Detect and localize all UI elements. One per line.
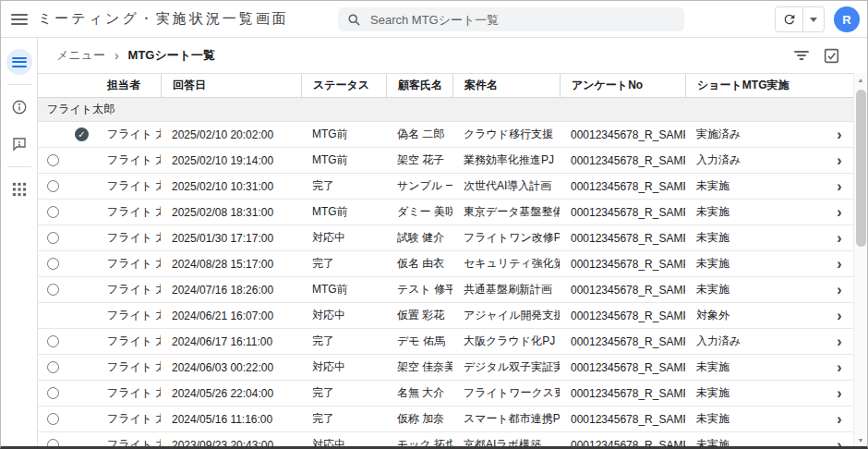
cell-survey-no: 00012345678_R_SAMPLE_1: [560, 122, 685, 147]
table-row[interactable]: フライト 太郎 2023/09/23 20:43:00 対応中 モック 拓也 京…: [38, 432, 853, 447]
multi-select-button[interactable]: [824, 48, 839, 64]
table-row[interactable]: フライト 太郎 2024/08/28 15:17:00 完了 仮名 由衣 セキュ…: [38, 251, 853, 277]
row-select-cell: [38, 200, 96, 224]
header-chevron-column: [826, 74, 853, 97]
scroll-down-arrow-icon[interactable]: ▼: [854, 433, 867, 447]
table-row[interactable]: フライト 太郎 2025/02/10 19:14:00 MTG前 架空 花子 業…: [38, 148, 853, 174]
cell-survey-no: 00012345678_R_SAMPLE_13: [560, 432, 685, 447]
cell-answer-date: 2025/02/10 20:02:00: [161, 122, 301, 147]
cell-short-mtg: 入力済み: [685, 148, 826, 173]
row-select-cell: [38, 355, 96, 380]
radio-unselected-icon[interactable]: [47, 284, 59, 296]
table-row[interactable]: フライト 太郎 2024/07/16 18:26:00 MTG前 テスト 修平 …: [38, 277, 853, 303]
breadcrumb-bar: メニュー › MTGシート一覧: [38, 38, 867, 73]
radio-unselected-icon[interactable]: [47, 413, 59, 425]
table-row[interactable]: フライト 太郎 2024/05/16 11:16:00 完了 仮称 加奈 スマー…: [38, 407, 853, 432]
hamburger-menu-icon[interactable]: [1, 1, 38, 38]
cell-answer-date: 2024/06/17 16:11:00: [161, 329, 301, 354]
checkbox-checked-icon: [824, 48, 839, 64]
left-sidebar: [1, 38, 38, 447]
radio-unselected-icon[interactable]: [47, 232, 59, 244]
table-row[interactable]: フライト 太郎 2024/06/17 16:11:00 完了 デモ 佑馬 大阪ク…: [38, 329, 853, 355]
sidebar-item-menu[interactable]: [1, 43, 38, 80]
scroll-up-arrow-icon[interactable]: ▲: [854, 73, 867, 87]
column-header-status[interactable]: ステータス: [301, 74, 386, 97]
refresh-button[interactable]: [776, 7, 803, 31]
user-avatar[interactable]: R: [834, 6, 860, 32]
vertical-scrollbar[interactable]: ▲ ▼: [853, 73, 867, 447]
sidebar-divider: [7, 84, 31, 85]
cell-project-name: アジャイル開発支援: [452, 303, 560, 328]
chevron-right-icon[interactable]: ›: [826, 277, 853, 302]
radio-unselected-icon[interactable]: [47, 335, 59, 347]
chevron-right-icon[interactable]: ›: [826, 200, 853, 224]
cell-owner: フライト 太郎: [96, 277, 161, 302]
sidebar-item-feedback[interactable]: [1, 126, 38, 163]
search-input[interactable]: [370, 13, 675, 27]
sidebar-item-about[interactable]: [1, 89, 38, 126]
scrollbar-thumb[interactable]: [856, 90, 866, 247]
column-header-answer-date[interactable]: 回答日: [161, 74, 301, 97]
filter-button[interactable]: [794, 49, 809, 62]
cell-answer-date: 2024/05/16 11:16:00: [161, 407, 301, 431]
cell-answer-date: 2023/09/23 20:43:00: [161, 432, 301, 447]
breadcrumb-menu-link[interactable]: メニュー: [56, 47, 105, 64]
chevron-right-icon[interactable]: ›: [826, 381, 853, 406]
cell-answer-date: 2024/06/03 00:22:00: [161, 355, 301, 380]
column-header-survey-no[interactable]: アンケートNo: [560, 74, 685, 97]
table-row[interactable]: フライト 太郎 2025/02/10 10:31:00 完了 サンプル 一郎 次…: [38, 174, 853, 200]
cell-survey-no: 00012345678_R_SAMPLE_3: [560, 174, 685, 199]
radio-unselected-icon[interactable]: [47, 439, 59, 447]
chevron-right-icon[interactable]: ›: [826, 432, 853, 447]
cell-survey-no: 00012345678_R_SAMPLE_10: [560, 355, 685, 380]
cell-survey-no: 00012345678_R_SAMPLE_9: [560, 329, 685, 354]
radio-unselected-icon[interactable]: [47, 180, 59, 192]
cell-answer-date: 2025/02/08 18:31:00: [161, 200, 301, 224]
chevron-right-icon[interactable]: ›: [826, 225, 853, 250]
cell-customer-name: 試験 健介: [386, 225, 452, 250]
column-header-project-name[interactable]: 案件名: [452, 74, 560, 97]
row-select-cell: [38, 432, 96, 447]
table-row[interactable]: フライト 太郎 2025/01/30 17:17:00 対応中 試験 健介 フラ…: [38, 225, 853, 251]
cell-short-mtg: 未実施: [685, 355, 826, 380]
table-row[interactable]: フライト 太郎 2024/05/26 22:04:00 完了 名無 大介 フライ…: [38, 381, 853, 407]
chevron-right-icon[interactable]: ›: [826, 174, 853, 199]
chevron-right-icon[interactable]: ›: [826, 407, 853, 431]
chevron-right-icon[interactable]: ›: [826, 148, 853, 173]
search-bar[interactable]: [338, 7, 684, 31]
chevron-right-icon[interactable]: ›: [826, 355, 853, 380]
row-select-cell: [38, 148, 96, 173]
row-select-cell: [38, 174, 96, 199]
cell-customer-name: モック 拓也: [386, 432, 452, 447]
group-header-row[interactable]: フライト太郎: [38, 98, 853, 122]
cell-customer-name: ダミー 美咲: [386, 200, 452, 224]
chevron-right-icon[interactable]: ›: [826, 251, 853, 276]
cell-survey-no: 00012345678_R_SAMPLE_5: [560, 225, 685, 250]
cell-customer-name: 偽名 二郎: [386, 122, 452, 147]
cell-short-mtg: 入力済み: [685, 329, 826, 354]
radio-unselected-icon[interactable]: [47, 154, 59, 166]
column-header-owner[interactable]: 担当者: [96, 74, 161, 97]
cell-customer-name: 架空 花子: [386, 148, 452, 173]
radio-unselected-icon[interactable]: [47, 361, 59, 373]
cell-status: 完了: [301, 329, 386, 354]
table-row[interactable]: フライト 太郎 2025/02/08 18:31:00 MTG前 ダミー 美咲 …: [38, 200, 853, 225]
chevron-right-icon[interactable]: ›: [826, 303, 853, 328]
radio-unselected-icon[interactable]: [47, 206, 59, 218]
column-header-customer-name[interactable]: 顧客氏名: [386, 74, 452, 97]
radio-unselected-icon[interactable]: [47, 387, 59, 399]
cell-owner: フライト 太郎: [96, 432, 161, 447]
cell-answer-date: 2025/01/30 17:17:00: [161, 225, 301, 250]
table-row[interactable]: ✓ フライト 太郎 2025/02/10 20:02:00 MTG前 偽名 二郎…: [38, 122, 853, 148]
table-row[interactable]: フライト 太郎 2024/06/21 16:07:00 対応中 仮置 彩花 アジ…: [38, 303, 853, 329]
column-header-short-mtg[interactable]: ショートMTG実施: [685, 74, 826, 97]
radio-unselected-icon[interactable]: [47, 258, 59, 270]
chevron-right-icon[interactable]: ›: [826, 122, 853, 147]
selected-check-icon[interactable]: ✓: [75, 127, 89, 141]
sync-options-dropdown[interactable]: [803, 7, 824, 31]
cell-project-name: 共通基盤刷新計画: [452, 277, 560, 302]
table-row[interactable]: フライト 太郎 2024/06/03 00:22:00 対応中 架空 佳奈美 デ…: [38, 355, 853, 381]
sidebar-item-apps[interactable]: [1, 171, 38, 208]
chevron-right-icon[interactable]: ›: [826, 329, 853, 354]
cell-customer-name: テスト 修平: [386, 277, 452, 302]
